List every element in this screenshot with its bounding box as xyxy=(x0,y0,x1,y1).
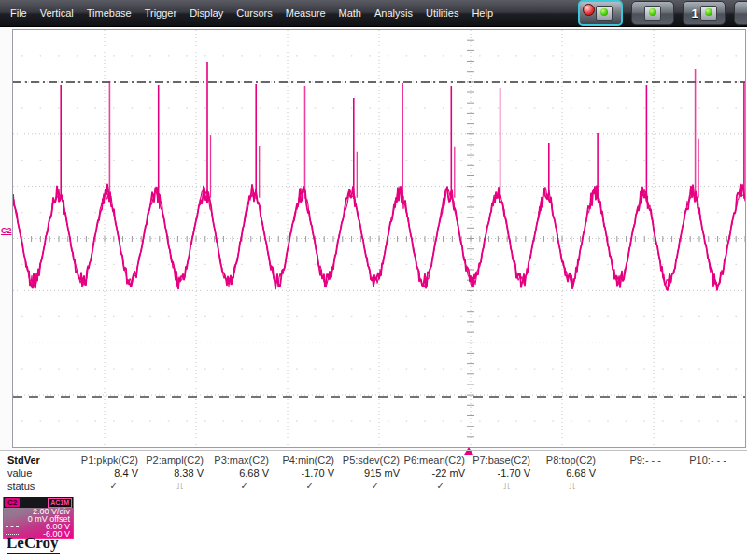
param-header-p3[interactable]: P3:max(C2) xyxy=(205,454,271,467)
param-status-p11 xyxy=(728,480,747,493)
param-status-p8: ⎍ xyxy=(532,480,598,493)
menu-cursors[interactable]: Cursors xyxy=(230,7,279,19)
channel-descriptor-c2[interactable]: C2 AC1M 2.00 V/div 0 mV offset 6.00 V -6… xyxy=(3,497,74,539)
param-value-p11 xyxy=(728,467,747,480)
param-status-p5: ✓ xyxy=(336,480,402,493)
table-row-label-header: StdVer xyxy=(0,454,75,467)
param-header-p10[interactable]: P10:- - - xyxy=(663,454,728,467)
menu-utilities[interactable]: Utilities xyxy=(419,7,465,19)
graticule[interactable] xyxy=(12,29,746,448)
param-value-p10 xyxy=(663,467,728,480)
param-status-p10 xyxy=(663,480,728,493)
menu-display[interactable]: Display xyxy=(183,7,230,19)
param-header-p6[interactable]: P6:mean(C2) xyxy=(402,454,467,467)
scope-display-icon xyxy=(596,6,613,21)
param-status-p7: ⎍ xyxy=(467,480,532,493)
param-value-p4: -1.70 V xyxy=(271,467,336,480)
scope-display-icon xyxy=(644,6,661,21)
menu-bar: FileVerticalTimebaseTriggerDisplayCursor… xyxy=(0,0,747,27)
scope-display-icon xyxy=(700,6,717,21)
param-header-p9[interactable]: P9:- - - xyxy=(598,454,663,467)
param-value-p7: -1.70 V xyxy=(467,467,532,480)
table-row-label-value: value xyxy=(0,467,75,480)
lecroy-logo: LeCroy xyxy=(7,534,60,554)
menu-analysis[interactable]: Analysis xyxy=(368,7,419,19)
param-status-p9 xyxy=(598,480,663,493)
param-value-p3: 6.68 V xyxy=(205,467,271,480)
param-status-p3: ✓ xyxy=(205,480,271,493)
menu-trigger[interactable]: Trigger xyxy=(138,7,183,19)
param-header-p8[interactable]: P8:top(C2) xyxy=(532,454,598,467)
menu-help[interactable]: Help xyxy=(465,7,500,19)
param-header-p1[interactable]: P1:pkpk(C2) xyxy=(75,454,140,467)
param-header-p11[interactable]: P1 xyxy=(728,454,747,467)
menu-items: FileVerticalTimebaseTriggerDisplayCursor… xyxy=(4,0,500,26)
param-header-p7[interactable]: P7:base(C2) xyxy=(467,454,532,467)
menu-measure[interactable]: Measure xyxy=(279,7,332,19)
waveform-display-region: C2 xyxy=(0,27,747,451)
clipped-edge-button[interactable] xyxy=(734,1,747,25)
param-value-p2: 8.38 V xyxy=(140,467,205,480)
alarm-clock-icon xyxy=(583,4,595,16)
channel-trace-label[interactable]: C2 xyxy=(1,226,12,235)
coupling-badge: AC1M xyxy=(48,498,72,508)
menu-math[interactable]: Math xyxy=(332,7,368,19)
channel-badge: C2 xyxy=(5,498,20,507)
param-value-p6: -22 mV xyxy=(402,467,467,480)
table-row-label-status: status xyxy=(0,480,75,493)
display-1-status-button[interactable]: 1 xyxy=(683,1,726,25)
param-status-p1: ✓ xyxy=(75,480,140,493)
waveform-plot xyxy=(13,30,745,447)
dashdot-line-sample-icon xyxy=(6,526,19,527)
param-status-p4: ✓ xyxy=(271,480,336,493)
menu-vertical[interactable]: Vertical xyxy=(34,7,80,19)
param-value-p5: 915 mV xyxy=(336,467,402,480)
param-header-p5[interactable]: P5:sdev(C2) xyxy=(336,454,402,467)
param-value-p9 xyxy=(598,467,663,480)
menu-file[interactable]: File xyxy=(4,7,34,19)
auto-trigger-status-button[interactable] xyxy=(578,0,623,26)
param-value-p8: 6.68 V xyxy=(532,467,598,480)
param-status-p6: ✓ xyxy=(402,480,467,493)
param-header-p4[interactable]: P4:min(C2) xyxy=(271,454,336,467)
param-value-p1: 8.4 V xyxy=(75,467,140,480)
toolbar-status-icons: 1 xyxy=(578,1,745,25)
param-status-p2: ⎍ xyxy=(140,480,205,493)
display-count-badge: 1 xyxy=(691,7,698,21)
measurement-table: StdVerP1:pkpk(C2)P2:ampl(C2)P3:max(C2)P4… xyxy=(0,454,747,493)
table-separator xyxy=(0,450,747,451)
param-header-p2[interactable]: P2:ampl(C2) xyxy=(140,454,205,467)
display-status-button[interactable] xyxy=(631,1,674,25)
menu-timebase[interactable]: Timebase xyxy=(80,7,138,19)
